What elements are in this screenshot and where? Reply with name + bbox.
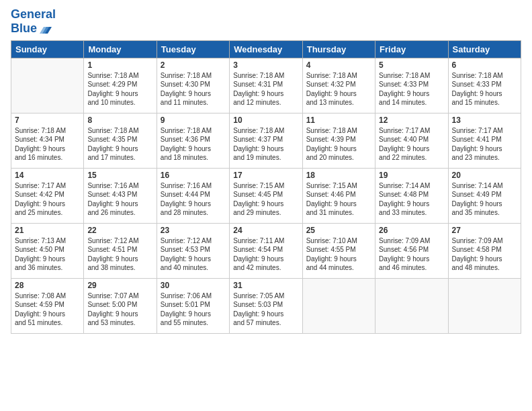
cell-sun-info: Sunrise: 7:08 AM Sunset: 4:59 PM Dayligh… — [15, 291, 80, 328]
calendar-cell: 6Sunrise: 7:18 AM Sunset: 4:33 PM Daylig… — [448, 58, 521, 113]
calendar-week-row: 28Sunrise: 7:08 AM Sunset: 4:59 PM Dayli… — [11, 278, 521, 333]
logo: General Blue — [11, 8, 56, 36]
calendar-cell: 8Sunrise: 7:18 AM Sunset: 4:35 PM Daylig… — [84, 113, 157, 168]
calendar-cell: 9Sunrise: 7:18 AM Sunset: 4:36 PM Daylig… — [157, 113, 229, 168]
calendar-cell: 27Sunrise: 7:09 AM Sunset: 4:58 PM Dayli… — [448, 223, 521, 278]
day-number: 18 — [306, 171, 371, 180]
cell-sun-info: Sunrise: 7:18 AM Sunset: 4:35 PM Dayligh… — [87, 126, 152, 163]
calendar-cell — [302, 278, 375, 333]
day-number: 6 — [452, 60, 517, 70]
cell-sun-info: Sunrise: 7:07 AM Sunset: 5:00 PM Dayligh… — [87, 291, 152, 328]
day-number: 14 — [15, 171, 80, 180]
calendar-cell: 17Sunrise: 7:15 AM Sunset: 4:45 PM Dayli… — [230, 168, 302, 223]
calendar-cell: 15Sunrise: 7:16 AM Sunset: 4:43 PM Dayli… — [84, 168, 157, 223]
calendar-table: SundayMondayTuesdayWednesdayThursdayFrid… — [11, 40, 521, 334]
logo-icon — [38, 21, 53, 36]
day-number: 26 — [379, 226, 444, 235]
day-number: 21 — [15, 226, 80, 235]
cell-sun-info: Sunrise: 7:12 AM Sunset: 4:51 PM Dayligh… — [87, 236, 152, 273]
cell-sun-info: Sunrise: 7:16 AM Sunset: 4:44 PM Dayligh… — [161, 181, 226, 218]
weekday-header-row: SundayMondayTuesdayWednesdayThursdayFrid… — [11, 40, 521, 58]
calendar-cell: 13Sunrise: 7:17 AM Sunset: 4:41 PM Dayli… — [448, 113, 521, 168]
day-number: 13 — [452, 116, 517, 125]
weekday-header: Monday — [84, 40, 157, 58]
day-number: 9 — [161, 116, 226, 125]
cell-sun-info: Sunrise: 7:11 AM Sunset: 4:54 PM Dayligh… — [233, 236, 298, 273]
page-container: General Blue SundayMondayTuesdayWednesda… — [0, 0, 532, 339]
calendar-cell: 14Sunrise: 7:17 AM Sunset: 4:42 PM Dayli… — [11, 168, 84, 223]
header: General Blue — [11, 8, 521, 36]
calendar-cell: 26Sunrise: 7:09 AM Sunset: 4:56 PM Dayli… — [375, 223, 448, 278]
weekday-header: Friday — [375, 40, 448, 58]
calendar-cell: 10Sunrise: 7:18 AM Sunset: 4:37 PM Dayli… — [230, 113, 302, 168]
day-number: 30 — [161, 281, 226, 290]
calendar-cell: 11Sunrise: 7:18 AM Sunset: 4:39 PM Dayli… — [302, 113, 375, 168]
calendar-cell: 16Sunrise: 7:16 AM Sunset: 4:44 PM Dayli… — [157, 168, 229, 223]
cell-sun-info: Sunrise: 7:06 AM Sunset: 5:01 PM Dayligh… — [161, 291, 226, 328]
cell-sun-info: Sunrise: 7:05 AM Sunset: 5:03 PM Dayligh… — [233, 291, 298, 328]
calendar-week-row: 21Sunrise: 7:13 AM Sunset: 4:50 PM Dayli… — [11, 223, 521, 278]
day-number: 4 — [306, 60, 371, 70]
calendar-cell: 31Sunrise: 7:05 AM Sunset: 5:03 PM Dayli… — [230, 278, 302, 333]
cell-sun-info: Sunrise: 7:13 AM Sunset: 4:50 PM Dayligh… — [15, 236, 80, 273]
calendar-cell: 29Sunrise: 7:07 AM Sunset: 5:00 PM Dayli… — [84, 278, 157, 333]
cell-sun-info: Sunrise: 7:18 AM Sunset: 4:30 PM Dayligh… — [161, 71, 226, 107]
calendar-cell: 5Sunrise: 7:18 AM Sunset: 4:33 PM Daylig… — [375, 58, 448, 113]
calendar-cell: 25Sunrise: 7:10 AM Sunset: 4:55 PM Dayli… — [302, 223, 375, 278]
day-number: 10 — [233, 116, 298, 125]
weekday-header: Tuesday — [157, 40, 229, 58]
cell-sun-info: Sunrise: 7:18 AM Sunset: 4:33 PM Dayligh… — [379, 71, 444, 107]
calendar-cell: 28Sunrise: 7:08 AM Sunset: 4:59 PM Dayli… — [11, 278, 84, 333]
calendar-cell: 1Sunrise: 7:18 AM Sunset: 4:29 PM Daylig… — [84, 58, 157, 113]
calendar-cell: 30Sunrise: 7:06 AM Sunset: 5:01 PM Dayli… — [157, 278, 229, 333]
cell-sun-info: Sunrise: 7:14 AM Sunset: 4:49 PM Dayligh… — [452, 181, 517, 218]
day-number: 22 — [87, 226, 152, 235]
cell-sun-info: Sunrise: 7:12 AM Sunset: 4:53 PM Dayligh… — [161, 236, 226, 273]
day-number: 1 — [87, 60, 152, 70]
cell-sun-info: Sunrise: 7:17 AM Sunset: 4:40 PM Dayligh… — [379, 126, 444, 163]
calendar-cell: 18Sunrise: 7:15 AM Sunset: 4:46 PM Dayli… — [302, 168, 375, 223]
day-number: 5 — [379, 60, 444, 70]
calendar-week-row: 14Sunrise: 7:17 AM Sunset: 4:42 PM Dayli… — [11, 168, 521, 223]
cell-sun-info: Sunrise: 7:18 AM Sunset: 4:32 PM Dayligh… — [306, 71, 371, 107]
cell-sun-info: Sunrise: 7:17 AM Sunset: 4:42 PM Dayligh… — [15, 181, 80, 218]
calendar-cell: 12Sunrise: 7:17 AM Sunset: 4:40 PM Dayli… — [375, 113, 448, 168]
day-number: 12 — [379, 116, 444, 125]
calendar-cell — [11, 58, 84, 113]
day-number: 29 — [87, 281, 152, 290]
cell-sun-info: Sunrise: 7:18 AM Sunset: 4:31 PM Dayligh… — [233, 71, 298, 107]
cell-sun-info: Sunrise: 7:09 AM Sunset: 4:58 PM Dayligh… — [452, 236, 517, 273]
cell-sun-info: Sunrise: 7:18 AM Sunset: 4:29 PM Dayligh… — [87, 71, 152, 107]
calendar-week-row: 1Sunrise: 7:18 AM Sunset: 4:29 PM Daylig… — [11, 58, 521, 113]
calendar-cell — [375, 278, 448, 333]
calendar-cell: 21Sunrise: 7:13 AM Sunset: 4:50 PM Dayli… — [11, 223, 84, 278]
day-number: 3 — [233, 60, 298, 70]
logo-blue-text: Blue — [11, 22, 37, 36]
cell-sun-info: Sunrise: 7:15 AM Sunset: 4:46 PM Dayligh… — [306, 181, 371, 218]
calendar-cell: 7Sunrise: 7:18 AM Sunset: 4:34 PM Daylig… — [11, 113, 84, 168]
day-number: 16 — [161, 171, 226, 180]
weekday-header: Thursday — [302, 40, 375, 58]
weekday-header: Sunday — [11, 40, 84, 58]
cell-sun-info: Sunrise: 7:16 AM Sunset: 4:43 PM Dayligh… — [87, 181, 152, 218]
cell-sun-info: Sunrise: 7:10 AM Sunset: 4:55 PM Dayligh… — [306, 236, 371, 273]
day-number: 31 — [233, 281, 298, 290]
calendar-cell: 2Sunrise: 7:18 AM Sunset: 4:30 PM Daylig… — [157, 58, 229, 113]
day-number: 2 — [161, 60, 226, 70]
weekday-header: Saturday — [448, 40, 521, 58]
calendar-cell: 22Sunrise: 7:12 AM Sunset: 4:51 PM Dayli… — [84, 223, 157, 278]
logo-text: General — [11, 8, 56, 21]
calendar-cell: 24Sunrise: 7:11 AM Sunset: 4:54 PM Dayli… — [230, 223, 302, 278]
day-number: 20 — [452, 171, 517, 180]
calendar-cell: 20Sunrise: 7:14 AM Sunset: 4:49 PM Dayli… — [448, 168, 521, 223]
calendar-week-row: 7Sunrise: 7:18 AM Sunset: 4:34 PM Daylig… — [11, 113, 521, 168]
day-number: 27 — [452, 226, 517, 235]
cell-sun-info: Sunrise: 7:09 AM Sunset: 4:56 PM Dayligh… — [379, 236, 444, 273]
weekday-header: Wednesday — [230, 40, 302, 58]
cell-sun-info: Sunrise: 7:18 AM Sunset: 4:34 PM Dayligh… — [15, 126, 80, 163]
day-number: 17 — [233, 171, 298, 180]
calendar-cell: 4Sunrise: 7:18 AM Sunset: 4:32 PM Daylig… — [302, 58, 375, 113]
calendar-cell: 3Sunrise: 7:18 AM Sunset: 4:31 PM Daylig… — [230, 58, 302, 113]
cell-sun-info: Sunrise: 7:18 AM Sunset: 4:37 PM Dayligh… — [233, 126, 298, 163]
day-number: 25 — [306, 226, 371, 235]
